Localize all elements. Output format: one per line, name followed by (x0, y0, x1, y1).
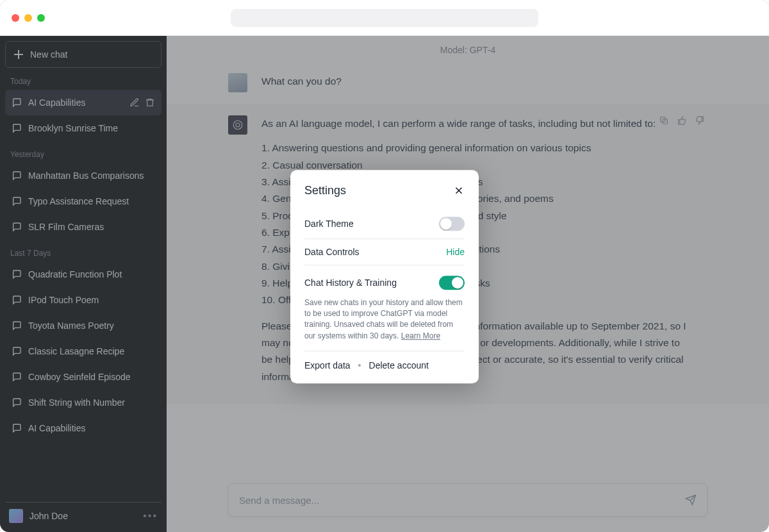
dot-separator: • (358, 360, 361, 370)
hide-link[interactable]: Hide (446, 247, 465, 257)
traffic-lights (12, 14, 45, 22)
close-icon[interactable] (453, 185, 465, 196)
export-data-link[interactable]: Export data (304, 360, 351, 370)
chat-history-label: Chat History & Training (304, 278, 397, 288)
address-bar-placeholder (231, 9, 538, 27)
chat-history-row: Chat History & Training (304, 265, 465, 297)
chat-history-toggle[interactable] (439, 276, 465, 290)
learn-more-link[interactable]: Learn More (401, 331, 440, 340)
modal-title: Settings (304, 184, 346, 197)
dark-theme-row: Dark Theme (304, 209, 465, 238)
dark-theme-label: Dark Theme (304, 219, 354, 229)
dark-theme-toggle[interactable] (439, 217, 465, 231)
data-controls-row: Data Controls Hide (304, 238, 465, 265)
minimize-window-dot[interactable] (24, 14, 32, 22)
chat-history-description: Save new chats in your history and allow… (304, 297, 465, 351)
data-controls-label: Data Controls (304, 247, 360, 257)
close-window-dot[interactable] (12, 14, 19, 22)
title-bar (0, 0, 769, 36)
modal-footer-links: Export data • Delete account (304, 351, 465, 370)
app-window: New chat Today AI Capabilities (0, 0, 769, 532)
settings-modal: Settings Dark Theme Data Controls Hide C… (290, 170, 479, 384)
delete-account-link[interactable]: Delete account (369, 360, 429, 370)
maximize-window-dot[interactable] (37, 14, 45, 22)
